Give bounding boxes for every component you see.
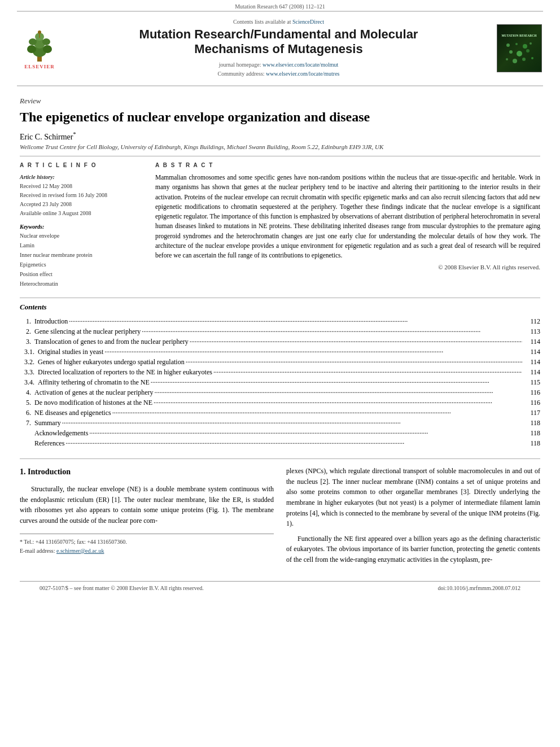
intro-para-1-right: plexes (NPCs), which regulate directiona… (286, 466, 540, 529)
article-info-column: A R T I C L E I N F O Article history: R… (20, 162, 144, 289)
toc-page-number: 112 (522, 317, 540, 326)
toc-dots-fill: ········································… (154, 388, 522, 397)
toc-item: 6. NE diseases and epigenetics ·········… (20, 408, 540, 418)
abstract-text: Mammalian chromosomes and some specific … (155, 173, 540, 260)
toc-title: Original studies in yeast (38, 348, 103, 356)
toc-title: Directed localization of reporters to th… (38, 368, 212, 377)
toc-dots-fill: ········································… (212, 368, 522, 377)
top-citation-bar: Mutation Research 647 (2008) 112–121 (0, 0, 560, 11)
svg-point-12 (523, 44, 527, 49)
svg-point-17 (506, 58, 508, 60)
toc-title: Introduction (34, 317, 68, 326)
toc-item: 7. Summary ·····························… (20, 418, 540, 428)
toc-dots-fill: ········································… (103, 348, 522, 356)
toc-title: Acknowledgements (34, 429, 88, 438)
toc-title: NE diseases and epigenetics (34, 409, 111, 417)
article-info-abstract-section: A R T I C L E I N F O Article history: R… (20, 162, 540, 289)
svg-point-19 (522, 58, 526, 61)
article-title: The epigenetics of nuclear envelope orga… (20, 109, 540, 125)
toc-number: 7. (20, 419, 34, 427)
journal-cover-image: MUTATION RESEARCH (497, 24, 542, 72)
toc-item: 3.3. Directed localization of reporters … (20, 367, 540, 377)
toc-dots-fill: ········································… (68, 317, 522, 326)
toc-item: 2. Gene silencing at the nuclear periphe… (20, 326, 540, 337)
abstract-column: A B S T R A C T Mammalian chromosomes an… (155, 162, 540, 289)
svg-point-20 (531, 57, 533, 59)
toc-number: 3.1. (20, 348, 38, 356)
journal-cover-area: MUTATION RESEARCH (495, 16, 543, 81)
toc-item: 3.4. Affinity tethering of chromatin to … (20, 377, 540, 387)
email-link[interactable]: e.schirmer@ed.ac.uk (56, 548, 104, 554)
journal-header: ELSEVIER Contents lists available at Sci… (17, 11, 543, 86)
elsevier-logo-area: ELSEVIER (17, 16, 62, 81)
elsevier-tree-icon (19, 28, 60, 63)
contents-section: Contents 1. Introduction ···············… (20, 298, 540, 448)
toc-title: De novo modification of histones at the … (34, 399, 152, 407)
article-history: Article history: Received 12 May 2008 Re… (20, 173, 144, 218)
license-text: 0027-5107/$ – see front matter © 2008 El… (40, 585, 204, 591)
svg-point-5 (29, 38, 37, 45)
cover-decoration-icon (502, 40, 536, 65)
keyword-item: Position effect (20, 269, 144, 279)
toc-item: 4. Activation of genes at the nuclear pe… (20, 387, 540, 397)
keyword-item: Inner nuclear membrane protein (20, 250, 144, 260)
keywords-list: Nuclear envelopeLaminInner nuclear membr… (20, 231, 144, 289)
footnote-area: * Tel.: +44 1316507075; fax: +44 1316507… (20, 534, 274, 555)
toc-number: 2. (20, 327, 34, 336)
toc-title: Summary (34, 419, 61, 427)
toc-number: 5. (20, 399, 34, 407)
svg-point-10 (506, 43, 510, 47)
toc-item: 5. De novo modification of histones at t… (20, 397, 540, 408)
article-type-label: Review (20, 97, 540, 106)
toc-title: Gene silencing at the nuclear periphery (34, 327, 141, 336)
sciencedirect-link[interactable]: ScienceDirect (292, 19, 324, 25)
svg-point-11 (515, 43, 518, 45)
article-info-heading: A R T I C L E I N F O (20, 162, 144, 168)
section-title-introduction: 1. Introduction (20, 466, 274, 478)
intro-para-1-left: Structurally, the nuclear envelope (NE) … (20, 484, 274, 526)
revised-date: Received in revised form 16 July 2008 (20, 191, 144, 200)
accepted-date: Accepted 23 July 2008 (20, 200, 144, 209)
toc-item: 3. Translocation of genes to and from th… (20, 337, 540, 347)
toc-dots-fill: ········································… (64, 439, 522, 448)
contents-heading: Contents (20, 303, 540, 312)
community-url[interactable]: www.elsevier.com/locate/mutres (266, 71, 339, 77)
toc-number: 3.4. (20, 378, 38, 387)
journal-citation: Mutation Research 647 (2008) 112–121 (235, 3, 325, 10)
toc-item: References ·····························… (20, 438, 540, 448)
svg-point-8 (38, 30, 41, 34)
toc-title: Activation of genes at the nuclear perip… (34, 388, 154, 397)
toc-number: 3.2. (20, 358, 38, 366)
journal-center: Contents lists available at ScienceDirec… (68, 16, 489, 81)
toc-item: Acknowledgements ·······················… (20, 428, 540, 438)
svg-point-15 (517, 51, 522, 56)
bottom-info-bar: 0027-5107/$ – see front matter © 2008 El… (20, 581, 540, 595)
article-content: Review The epigenetics of nuclear envelo… (0, 86, 560, 606)
toc-item: 1. Introduction ························… (20, 316, 540, 326)
introduction-section: 1. Introduction Structurally, the nuclea… (20, 458, 540, 569)
toc-title: References (34, 439, 64, 448)
toc-item: 3.2. Genes of higher eukaryotes undergo … (20, 357, 540, 367)
toc-number: 4. (20, 388, 34, 397)
author-name: Eric C. Schirmer* (20, 131, 540, 142)
svg-point-16 (526, 49, 530, 53)
toc-dots-fill: ········································… (141, 327, 522, 336)
keyword-item: Lamin (20, 241, 144, 250)
svg-point-6 (42, 38, 50, 45)
introduction-two-col: 1. Introduction Structurally, the nuclea… (20, 466, 540, 569)
toc-dots-fill: ········································… (152, 399, 522, 407)
toc-number: 1. (20, 317, 34, 326)
toc-dots-fill: ········································… (189, 338, 522, 346)
toc-page-number: 118 (522, 429, 540, 438)
keyword-item: Heterochromatin (20, 279, 144, 289)
journal-urls: journal homepage: www.elsevier.com/locat… (73, 60, 484, 78)
introduction-right-col: plexes (NPCs), which regulate directiona… (286, 466, 540, 569)
homepage-url[interactable]: www.elsevier.com/locate/molmut (262, 62, 338, 68)
copyright-line: © 2008 Elsevier B.V. All rights reserved… (155, 264, 540, 270)
toc-title: Translocation of genes to and from the n… (34, 338, 189, 346)
intro-para-2-right: Functionally the NE first appeared over … (286, 534, 540, 565)
toc-dots-fill: ········································… (111, 409, 522, 417)
toc-dots-fill: ········································… (61, 419, 522, 427)
author-affiliation: Wellcome Trust Centre for Cell Biology, … (20, 143, 540, 150)
toc-dots-fill: ········································… (88, 429, 522, 438)
